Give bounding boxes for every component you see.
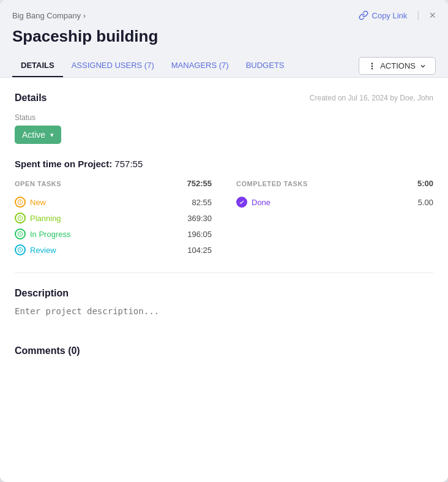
- breadcrumb: Big Bang Company ›: [12, 11, 86, 20]
- header-actions: Copy Link | ×: [359, 10, 436, 21]
- modal-header: Big Bang Company › Copy Link | × Spacesh…: [0, 0, 448, 78]
- copy-link-label: Copy Link: [372, 11, 408, 20]
- divider-vertical: |: [417, 10, 419, 21]
- task-label-done[interactable]: Done: [236, 197, 271, 208]
- modal-container: Big Bang Company › Copy Link | × Spacesh…: [0, 0, 448, 482]
- open-tasks-total: 752:55: [187, 179, 212, 188]
- table-row: In Progress 196:05: [15, 226, 212, 242]
- tasks-grid: OPEN TASKS 752:55 New 82:55: [15, 179, 433, 258]
- table-row: Review 104:25: [15, 242, 212, 258]
- tab-managers[interactable]: MANAGERS (7): [163, 55, 237, 77]
- comments-title: Comments (0): [15, 345, 433, 356]
- chevron-down-icon: [419, 62, 427, 70]
- tab-assigned-users[interactable]: ASSIGNED USERS (7): [63, 55, 163, 77]
- tab-details[interactable]: DETAILS: [12, 55, 63, 77]
- details-section-header: Details Created on Jul 16, 2024 by Doe, …: [15, 92, 433, 104]
- open-tasks-header: OPEN TASKS 752:55: [15, 179, 212, 188]
- task-label-new[interactable]: New: [15, 197, 46, 208]
- table-row: Planning 369:30: [15, 210, 212, 226]
- status-value: Active: [22, 130, 45, 140]
- open-tasks-column: OPEN TASKS 752:55 New 82:55: [15, 179, 212, 258]
- tab-budgets[interactable]: BUDGETS: [237, 55, 293, 77]
- task-time: 196:05: [187, 230, 212, 239]
- close-button[interactable]: ×: [429, 10, 436, 21]
- section-divider: [15, 273, 433, 273]
- task-name: In Progress: [30, 230, 70, 239]
- task-time: 82:55: [192, 198, 212, 207]
- done-icon: [236, 197, 247, 208]
- modal-body: Details Created on Jul 16, 2024 by Doe, …: [0, 78, 448, 482]
- description-input[interactable]: [15, 306, 433, 328]
- details-section-title: Details: [15, 92, 47, 104]
- spent-time-section: Spent time on Project: 757:55 OPEN TASKS…: [15, 159, 433, 258]
- open-tasks-label: OPEN TASKS: [15, 180, 61, 187]
- new-icon: [15, 197, 26, 208]
- spent-time-title: Spent time on Project: 757:55: [15, 159, 433, 169]
- status-container: Status Active ▾: [15, 113, 433, 144]
- review-icon: [15, 244, 26, 255]
- task-label-inprogress[interactable]: In Progress: [15, 228, 70, 239]
- actions-icon: [368, 62, 376, 70]
- svg-point-0: [372, 63, 373, 64]
- inprogress-icon: [15, 228, 26, 239]
- page-title: Spaceship building: [12, 27, 436, 46]
- completed-tasks-header: COMPLETED TASKS 5:00: [236, 179, 433, 188]
- tabs-bar: DETAILS ASSIGNED USERS (7) MANAGERS (7) …: [12, 55, 436, 77]
- table-row: Done 5.00: [236, 194, 433, 210]
- task-time: 104:25: [187, 246, 212, 255]
- actions-label: ACTIONS: [380, 61, 416, 70]
- spent-time-value: 757:55: [114, 159, 143, 169]
- planning-icon: [15, 213, 26, 224]
- breadcrumb-company: Big Bang Company: [12, 11, 81, 20]
- chevron-down-icon: ▾: [50, 131, 54, 139]
- comments-section: Comments (0): [15, 345, 433, 356]
- completed-tasks-total: 5:00: [417, 179, 433, 188]
- status-label: Status: [15, 113, 433, 122]
- created-info: Created on Jul 16, 2024 by Doe, John: [310, 94, 433, 102]
- task-time: 5.00: [418, 198, 433, 207]
- task-label-review[interactable]: Review: [15, 244, 56, 255]
- svg-point-1: [372, 66, 373, 66]
- task-name: New: [30, 198, 46, 207]
- description-section: Description: [15, 288, 433, 331]
- description-title: Description: [15, 288, 433, 299]
- svg-point-2: [372, 68, 373, 69]
- breadcrumb-arrow: ›: [83, 11, 86, 20]
- completed-tasks-column: COMPLETED TASKS 5:00 Done 5.00: [236, 179, 433, 258]
- completed-tasks-label: COMPLETED TASKS: [236, 180, 308, 187]
- task-name: Done: [252, 198, 271, 207]
- task-time: 369:30: [187, 214, 212, 223]
- task-name: Planning: [30, 214, 61, 223]
- actions-button[interactable]: ACTIONS: [359, 57, 436, 75]
- task-label-planning[interactable]: Planning: [15, 213, 61, 224]
- link-icon: [359, 10, 368, 20]
- copy-link-button[interactable]: Copy Link: [359, 10, 408, 20]
- table-row: New 82:55: [15, 194, 212, 210]
- header-top-bar: Big Bang Company › Copy Link | ×: [12, 10, 436, 21]
- status-dropdown[interactable]: Active ▾: [15, 126, 61, 144]
- close-icon: ×: [429, 9, 436, 21]
- task-name: Review: [30, 246, 56, 255]
